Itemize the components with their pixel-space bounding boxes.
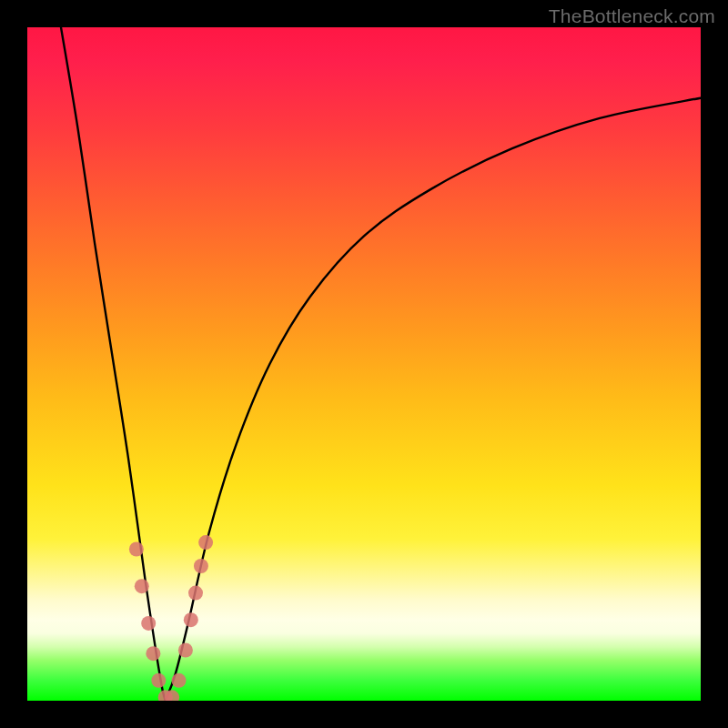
chart-frame: TheBottleneck.com [0,0,728,728]
watermark-text: TheBottleneck.com [549,5,715,27]
severity-gradient-background [27,27,701,701]
plot-area [27,27,701,701]
